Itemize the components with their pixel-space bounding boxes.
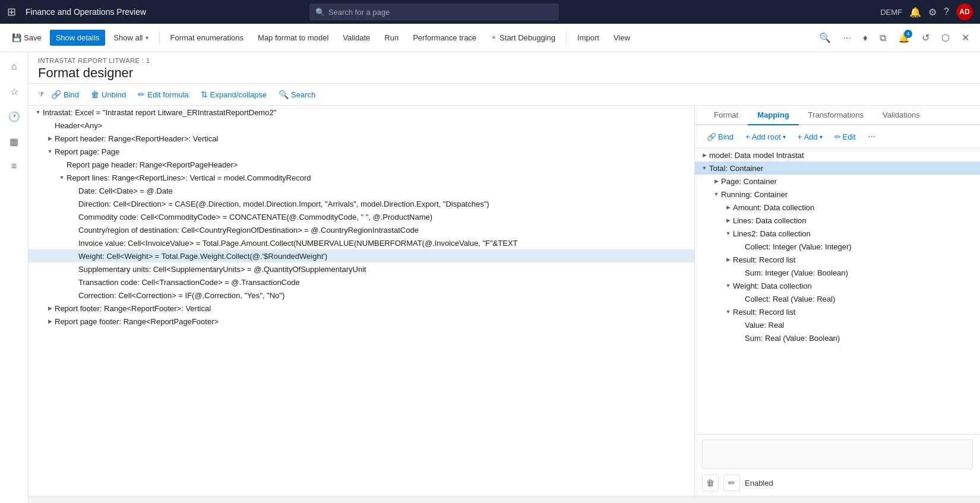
map-item-resultRecordList[interactable]: ▶Result: Record list <box>695 253 980 266</box>
map-item-sumBoolean[interactable]: Sum: Real (Value: Boolean) <box>695 331 980 344</box>
view-button[interactable]: View <box>608 30 636 46</box>
mapping-tree[interactable]: ▶model: Data model Intrastat▼Total: Cont… <box>695 148 980 434</box>
gear-icon[interactable]: ⚙ <box>928 7 937 18</box>
tree-item-invoice[interactable]: Invoice value: Cell<InvoiceValue> = Tota… <box>29 236 694 249</box>
performance-trace-button[interactable]: Performance trace <box>407 30 482 46</box>
unbind-button[interactable]: 🗑 Unbind <box>86 87 131 102</box>
expand-icon[interactable] <box>735 242 745 251</box>
tab-format[interactable]: Format <box>704 106 748 125</box>
help-icon[interactable]: ? <box>944 7 949 17</box>
tree-item-reportLines[interactable]: ▼Report lines: Range<ReportLines>: Verti… <box>29 171 694 184</box>
expand-icon[interactable] <box>69 264 78 274</box>
edit-formula-button[interactable]: ✏ Edit formula <box>133 87 193 102</box>
search-cmd-button[interactable]: 🔍 <box>814 29 836 47</box>
map-item-sum[interactable]: Sum: Integer (Value: Boolean) <box>695 266 980 279</box>
horizontal-scrollbar[interactable] <box>29 496 980 503</box>
tree-item-suppUnits[interactable]: Supplementary units: Cell<SupplementaryU… <box>29 262 694 276</box>
tree-item-country[interactable]: Country/region of destination: Cell<Coun… <box>29 223 694 236</box>
tree-item-reportHeader[interactable]: ▶Report header: Range<ReportHeader>: Ver… <box>29 132 694 145</box>
tree-item-transCode[interactable]: Transaction code: Cell<TransactionCode> … <box>29 276 694 289</box>
sidebar-list[interactable]: ≡ <box>2 154 26 178</box>
tree-item-correction[interactable]: Correction: Cell<Correction> = IF(@.Corr… <box>29 289 694 302</box>
map-item-running[interactable]: ▼Running: Container <box>695 188 980 201</box>
expand-icon[interactable] <box>735 294 745 303</box>
expand-icon[interactable] <box>69 199 78 208</box>
delete-formula-button[interactable]: 🗑 <box>702 474 719 491</box>
expand-icon[interactable]: ▼ <box>700 163 709 173</box>
map-item-lines2[interactable]: ▼Lines2: Data collection <box>695 227 980 240</box>
expand-icon[interactable] <box>69 251 78 261</box>
expand-icon[interactable] <box>57 160 67 169</box>
expand-icon[interactable] <box>69 212 78 222</box>
expand-icon[interactable]: ▶ <box>712 176 721 186</box>
map-bind-button[interactable]: 🔗 Bind <box>702 130 738 144</box>
format-enumerations-button[interactable]: Format enumerations <box>165 30 250 46</box>
run-button[interactable]: Run <box>378 30 404 46</box>
show-all-button[interactable]: Show all ▾ <box>108 30 154 46</box>
tree-item-header[interactable]: Header<Any> <box>29 119 694 132</box>
expand-icon[interactable]: ▶ <box>723 203 733 212</box>
format-tree[interactable]: ▼Intrastat: Excel = "Intrastat report Li… <box>29 106 695 496</box>
expand-icon[interactable] <box>735 320 745 330</box>
tree-item-date[interactable]: Date: Cell<Date> = @.Date <box>29 184 694 197</box>
sidebar-calendar[interactable]: ▦ <box>2 129 26 153</box>
expand-icon[interactable]: ▶ <box>700 150 709 160</box>
map-item-collectReal[interactable]: Collect: Real (Value: Real) <box>695 292 980 305</box>
tree-item-root[interactable]: ▼Intrastat: Excel = "Intrastat report Li… <box>29 106 694 119</box>
expand-icon[interactable]: ▼ <box>723 307 733 317</box>
tree-item-reportPage[interactable]: ▼Report page: Page <box>29 145 694 158</box>
refresh-button[interactable]: ↺ <box>917 29 934 47</box>
more-button[interactable]: ··· <box>863 129 880 144</box>
validate-button[interactable]: Validate <box>337 30 376 46</box>
expand-icon[interactable] <box>735 333 745 343</box>
sidebar-recent[interactable]: 🕐 <box>2 105 26 128</box>
expand-icon[interactable]: ▼ <box>45 147 55 156</box>
tree-item-reportFooter[interactable]: ▶Report footer: Range<ReportFooter>: Ver… <box>29 302 694 315</box>
map-item-model[interactable]: ▶model: Data model Intrastat <box>695 148 980 162</box>
map-item-total[interactable]: ▼Total: Container <box>695 162 980 175</box>
global-search[interactable]: 🔍 Search for a page <box>309 4 559 20</box>
expand-icon[interactable]: ▶ <box>723 216 733 225</box>
expand-icon[interactable] <box>69 186 78 195</box>
tree-item-reportPageFooter[interactable]: ▶Report page footer: Range<ReportPageFoo… <box>29 315 694 328</box>
expand-icon[interactable]: ▶ <box>45 134 55 143</box>
tab-transformations[interactable]: Transformations <box>799 106 873 125</box>
expand-icon[interactable] <box>69 277 78 287</box>
expand-icon[interactable] <box>69 238 78 248</box>
save-button[interactable]: 💾 Save <box>6 30 48 46</box>
expand-icon[interactable]: ▶ <box>723 255 733 264</box>
close-button[interactable]: ✕ <box>957 29 974 47</box>
expand-icon[interactable] <box>69 290 78 300</box>
bookmark-button[interactable]: ♦ <box>858 29 872 47</box>
notifications-button[interactable]: 🔔4 <box>893 29 915 47</box>
map-item-page[interactable]: ▶Page: Container <box>695 175 980 188</box>
map-item-valueReal[interactable]: Value: Real <box>695 318 980 331</box>
tree-item-weight[interactable]: Weight: Cell<Weight> = Total.Page.Weight… <box>29 249 694 262</box>
bind-button[interactable]: 🔗 Bind <box>46 87 84 102</box>
show-details-button[interactable]: Show details <box>50 30 106 46</box>
add-root-button[interactable]: + Add root ▾ <box>741 130 791 144</box>
add-button[interactable]: + Add ▾ <box>793 130 827 144</box>
tab-validations[interactable]: Validations <box>873 106 930 125</box>
expand-icon[interactable]: ▼ <box>712 189 721 199</box>
more-options-button[interactable]: ··· <box>838 29 855 47</box>
grid-icon[interactable]: ⊞ <box>7 5 16 18</box>
search-button[interactable]: 🔍 Search <box>274 87 320 102</box>
expand-icon[interactable] <box>45 121 55 130</box>
map-item-weightDC[interactable]: ▼Weight: Data collection <box>695 279 980 292</box>
tree-item-commodity[interactable]: Commodity code: Cell<CommodityCode> = CO… <box>29 210 694 223</box>
bell-icon[interactable]: 🔔 <box>909 7 921 18</box>
expand-icon[interactable]: ▶ <box>45 317 55 326</box>
sidebar-home[interactable]: ⌂ <box>2 55 26 78</box>
expand-icon[interactable]: ▼ <box>33 107 43 117</box>
split-view-button[interactable]: ⧉ <box>875 29 891 47</box>
edit-button[interactable]: ✏ Edit <box>830 130 861 144</box>
import-button[interactable]: Import <box>571 30 605 46</box>
expand-icon[interactable]: ▼ <box>723 281 733 290</box>
expand-icon[interactable] <box>69 225 78 235</box>
new-window-button[interactable]: ⬡ <box>937 29 954 47</box>
tree-item-direction[interactable]: Direction: Cell<Direction> = CASE(@.Dire… <box>29 197 694 210</box>
tree-item-reportPageHeader[interactable]: Report page header: Range<ReportPageHead… <box>29 158 694 171</box>
formula-input[interactable] <box>702 439 973 469</box>
map-item-amount[interactable]: ▶Amount: Data collection <box>695 201 980 214</box>
